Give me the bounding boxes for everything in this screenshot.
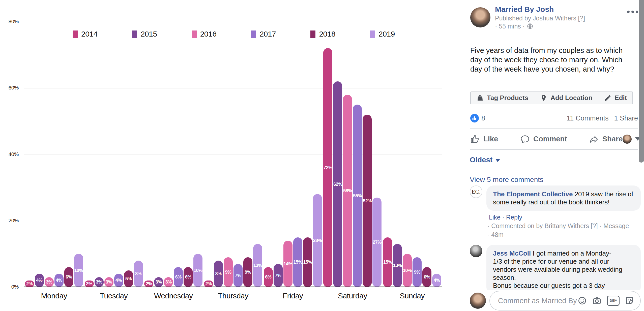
y-tick-label: 60% <box>0 85 19 91</box>
view-more-comments-link[interactable]: View 5 more comments <box>470 176 543 184</box>
comment-author-link[interactable]: The Elopement Collective <box>493 190 575 198</box>
add-location-button[interactable]: Add Location <box>534 91 598 104</box>
bar-value-label: 15% <box>293 237 302 287</box>
bar-2019-friday: 28% <box>313 194 322 287</box>
comment-bubble: The Elopement Collective 2019 saw the ri… <box>486 185 641 211</box>
bar-group-friday: 6%7%14%15%15%28% <box>263 22 323 287</box>
post-menu-button[interactable] <box>627 11 638 13</box>
page-name-link[interactable]: Married By Josh <box>495 5 585 14</box>
bar-value-label: 6% <box>184 267 193 287</box>
bar-value-label: 8% <box>214 261 223 287</box>
bar-group-thursday: 2%8%9%7%9%13% <box>203 22 263 287</box>
bar-value-label: 2% <box>85 281 94 287</box>
bar-group-wednesday: 2%3%3%6%6%10% <box>143 22 203 287</box>
like-button[interactable]: Like <box>470 134 498 144</box>
bar-2017-friday: 15% <box>293 237 302 287</box>
bar-value-label: 14% <box>283 241 292 287</box>
globe-icon <box>527 23 533 29</box>
bar-value-label: 10% <box>193 254 202 287</box>
comment-body: Jess McColl I got married on a Monday- 1… <box>486 245 641 294</box>
like-reaction-badge[interactable] <box>470 114 479 122</box>
bar-value-label: 6% <box>264 267 273 287</box>
bar-value-label: 10% <box>74 254 83 287</box>
comment-button[interactable]: Comment <box>520 134 567 144</box>
bar-value-label: 6% <box>422 267 431 287</box>
bar-2019-wednesday: 10% <box>193 254 202 287</box>
bar-group-saturday: 72%62%58%55%52%27% <box>323 22 383 287</box>
bar-2019-saturday: 27% <box>372 198 382 287</box>
x-axis-label-friday: Friday <box>263 292 323 300</box>
bar-value-label: 72% <box>323 48 332 287</box>
comment-avatar[interactable] <box>470 245 482 257</box>
bar-2016-monday: 3% <box>45 277 54 287</box>
camera-icon[interactable] <box>592 296 601 305</box>
y-axis-labels: 80%60%40%20%0% <box>0 0 19 311</box>
bar-2016-tuesday: 3% <box>104 277 113 287</box>
separator: · <box>501 214 506 221</box>
comment-input[interactable] <box>497 296 578 305</box>
bar-value-label: 4% <box>114 274 123 287</box>
comment-bubble-icon <box>520 134 530 144</box>
y-tick-label: 40% <box>0 151 19 157</box>
divider <box>470 149 638 150</box>
bar-2017-saturday: 55% <box>353 105 362 287</box>
bar-value-label: 55% <box>353 105 362 287</box>
bar-value-label: 5% <box>124 270 133 287</box>
bar-value-label: 2% <box>204 281 213 287</box>
bar-value-label: 27% <box>372 198 382 287</box>
tag-products-button[interactable]: Tag Products <box>470 91 534 104</box>
bar-2019-tuesday: 8% <box>134 261 143 287</box>
comment-author-link[interactable]: Jess McColl <box>493 250 533 257</box>
bar-2018-thursday: 9% <box>243 257 252 287</box>
sticker-icon[interactable] <box>625 296 634 305</box>
x-axis-label-saturday: Saturday <box>323 292 383 300</box>
bar-value-label: 8% <box>134 261 143 287</box>
scrollbar-thumb[interactable] <box>639 0 644 163</box>
comment-input-pill[interactable]: GIF <box>489 291 641 310</box>
bar-value-label: 6% <box>64 267 73 287</box>
bar-group-tuesday: 2%3%3%4%5%8% <box>84 22 144 287</box>
x-axis-label-sunday: Sunday <box>382 292 442 300</box>
bar-2015-thursday: 8% <box>214 261 223 287</box>
like-count[interactable]: 8 <box>481 114 485 122</box>
comment-item: EC.The Elopement Collective 2019 saw the… <box>470 185 641 239</box>
comments-list: EC.The Elopement Collective 2019 saw the… <box>470 185 641 300</box>
bar-value-label: 2% <box>25 281 34 287</box>
emoji-icon[interactable] <box>578 296 587 305</box>
comment-sort-selector[interactable]: Oldest <box>470 156 500 164</box>
bar-2014-friday: 6% <box>264 267 273 287</box>
comment-like-link[interactable]: Like <box>489 214 501 221</box>
bar-value-label: 3% <box>45 277 54 287</box>
page-avatar[interactable] <box>470 7 490 27</box>
bar-2014-tuesday: 2% <box>85 281 94 287</box>
comment-meta: · 48m <box>487 231 641 239</box>
divider <box>470 169 638 169</box>
bar-2018-tuesday: 5% <box>124 270 133 287</box>
comment-reply-link[interactable]: Reply <box>506 214 522 221</box>
comment-links: Like · Reply <box>489 214 641 221</box>
sort-label: Oldest <box>470 156 492 164</box>
location-pin-icon <box>540 94 547 102</box>
commenter-avatar[interactable] <box>623 135 632 144</box>
bar-2016-friday: 14% <box>283 241 292 287</box>
bar-2014-wednesday: 2% <box>144 281 153 287</box>
share-button[interactable]: Share <box>589 134 623 144</box>
bar-2015-monday: 4% <box>35 274 44 287</box>
bar-group-monday: 2%4%3%4%6%10% <box>24 22 84 287</box>
page-admin-buttons: Tag Products Add Location Edit <box>470 91 633 104</box>
bar-2018-monday: 6% <box>64 267 73 287</box>
published-by: Published by Joshua Withers [?] <box>495 14 585 22</box>
bar-2019-thursday: 13% <box>253 244 262 287</box>
post-header: Married By Josh Published by Joshua With… <box>470 5 585 30</box>
shopping-bag-icon <box>476 94 484 102</box>
comment-avatar[interactable]: EC. <box>470 185 482 198</box>
dot <box>636 11 638 13</box>
shares-count[interactable]: 1 Share <box>614 114 638 122</box>
y-tick-label: 0% <box>0 284 19 290</box>
gif-icon[interactable]: GIF <box>607 296 620 306</box>
bar-2017-sunday: 9% <box>413 257 422 287</box>
comments-count[interactable]: 11 Comments <box>567 114 608 122</box>
bar-value-label: 2% <box>144 281 153 287</box>
bar-chart: 201420152016201720182019 80%60%40%20%0% … <box>0 0 463 311</box>
edit-button[interactable]: Edit <box>598 91 633 104</box>
